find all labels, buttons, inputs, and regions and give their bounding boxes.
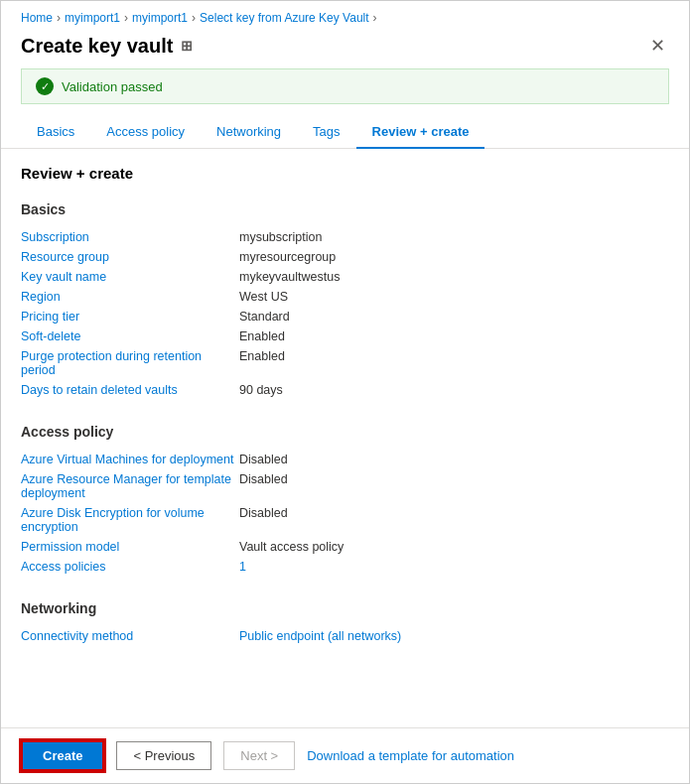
breadcrumb-myimport1-2[interactable]: myimport1 [132,11,188,25]
value-permission-model: Vault access policy [239,540,669,554]
title-bar: Create key vault ⊞ ✕ [1,25,689,68]
tab-tags[interactable]: Tags [297,116,355,149]
field-disk-encryption: Azure Disk Encryption for volume encrypt… [21,503,669,537]
create-button[interactable]: Create [21,740,104,771]
networking-section: Networking Connectivity method Public en… [21,600,669,646]
access-policy-section: Access policy Azure Virtual Machines for… [21,424,669,577]
breadcrumb-sep-1: › [57,11,61,25]
label-connectivity-method: Connectivity method [21,629,239,643]
pin-icon[interactable]: ⊞ [181,38,193,54]
basics-section: Basics Subscription mysubscription Resou… [21,201,669,400]
field-purge-protection: Purge protection during retention period… [21,346,669,380]
label-permission-model: Permission model [21,540,239,554]
basics-header: Basics [21,201,669,217]
label-resource-group: Resource group [21,250,239,264]
validation-text: Validation passed [62,79,163,94]
value-soft-delete: Enabled [239,329,669,343]
label-key-vault-name: Key vault name [21,270,239,284]
value-access-policies[interactable]: 1 [239,560,669,574]
value-pricing-tier: Standard [239,310,669,324]
breadcrumb-sep-2: › [124,11,128,25]
label-vm-deployment: Azure Virtual Machines for deployment [21,453,239,466]
value-subscription: mysubscription [239,230,669,244]
field-access-policies: Access policies 1 [21,557,669,577]
field-region: Region West US [21,287,669,307]
networking-header: Networking [21,600,669,616]
breadcrumb-myimport1-1[interactable]: myimport1 [65,11,120,25]
value-connectivity-method[interactable]: Public endpoint (all networks) [239,629,669,643]
value-disk-encryption: Disabled [239,506,669,520]
label-disk-encryption: Azure Disk Encryption for volume encrypt… [21,506,239,534]
breadcrumb-sep-3: › [192,11,196,25]
field-permission-model: Permission model Vault access policy [21,537,669,557]
tab-networking[interactable]: Networking [201,116,297,149]
label-region: Region [21,290,239,304]
breadcrumb-home[interactable]: Home [21,11,53,25]
value-resource-group: myresourcegroup [239,250,669,264]
page-title: Create key vault [21,35,173,58]
value-days-retain: 90 days [239,383,669,397]
field-soft-delete: Soft-delete Enabled [21,327,669,346]
tab-review-create[interactable]: Review + create [356,116,485,149]
breadcrumb: Home › myimport1 › myimport1 › Select ke… [1,1,689,25]
label-arm-deployment: Azure Resource Manager for template depl… [21,472,239,500]
label-access-policies: Access policies [21,560,239,574]
download-template-button[interactable]: Download a template for automation [307,748,514,763]
label-soft-delete: Soft-delete [21,329,239,343]
next-button: Next > [223,741,295,770]
value-vm-deployment: Disabled [239,453,669,466]
field-pricing-tier: Pricing tier Standard [21,307,669,327]
main-content: Review + create Basics Subscription mysu… [1,149,689,727]
label-purge-protection: Purge protection during retention period [21,349,239,377]
field-connectivity-method: Connectivity method Public endpoint (all… [21,626,669,646]
field-days-retain: Days to retain deleted vaults 90 days [21,380,669,400]
label-days-retain: Days to retain deleted vaults [21,383,239,397]
previous-button[interactable]: < Previous [116,741,211,770]
value-region: West US [239,290,669,304]
field-key-vault-name: Key vault name mykeyvaultwestus [21,267,669,287]
validation-banner: ✓ Validation passed [21,68,669,104]
label-subscription: Subscription [21,230,239,244]
review-section-title: Review + create [21,165,669,182]
field-subscription: Subscription mysubscription [21,227,669,247]
field-resource-group: Resource group myresourcegroup [21,247,669,267]
field-arm-deployment: Azure Resource Manager for template depl… [21,469,669,503]
label-pricing-tier: Pricing tier [21,310,239,324]
access-policy-header: Access policy [21,424,669,440]
tab-bar: Basics Access policy Networking Tags Rev… [1,116,689,149]
footer: Create < Previous Next > Download a temp… [1,727,689,783]
value-purge-protection: Enabled [239,349,669,363]
value-arm-deployment: Disabled [239,472,669,486]
value-key-vault-name: mykeyvaultwestus [239,270,669,284]
field-vm-deployment: Azure Virtual Machines for deployment Di… [21,450,669,469]
tab-access-policy[interactable]: Access policy [90,116,201,149]
tab-basics[interactable]: Basics [21,116,90,149]
check-icon: ✓ [36,77,54,95]
breadcrumb-select-key[interactable]: Select key from Azure Key Vault [200,11,369,25]
breadcrumb-sep-4: › [373,11,377,25]
close-button[interactable]: ✕ [646,31,669,61]
